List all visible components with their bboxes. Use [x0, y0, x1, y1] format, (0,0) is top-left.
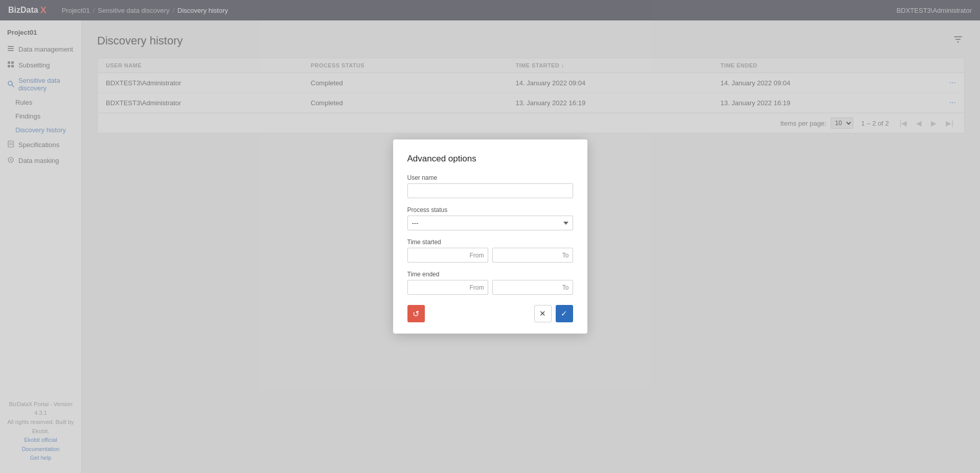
modal-overlay: Advanced options User name Process statu…: [0, 0, 980, 473]
time-ended-to-input[interactable]: [492, 280, 573, 295]
cancel-icon: ✕: [539, 309, 546, 318]
time-started-range: From To: [407, 248, 573, 263]
reset-icon: ↺: [413, 309, 419, 319]
time-started-label: Time started: [407, 239, 573, 246]
user-name-label: User name: [407, 174, 573, 181]
time-started-from-wrapper: From: [407, 248, 488, 263]
time-started-from-input[interactable]: [407, 248, 488, 263]
process-status-select[interactable]: --- Completed Running Failed: [407, 216, 573, 230]
time-ended-label: Time ended: [407, 271, 573, 278]
cancel-button[interactable]: ✕: [534, 305, 552, 322]
time-ended-group: Time ended From To: [407, 271, 573, 295]
modal-footer: ↺ ✕ ✓: [407, 305, 573, 322]
process-status-label: Process status: [407, 206, 573, 214]
time-ended-to-wrapper: To: [492, 280, 573, 295]
time-ended-range: From To: [407, 280, 573, 295]
user-name-input[interactable]: [407, 183, 573, 198]
confirm-button[interactable]: ✓: [556, 305, 573, 322]
time-started-group: Time started From To: [407, 239, 573, 263]
time-started-to-wrapper: To: [492, 248, 573, 263]
process-status-group: Process status --- Completed Running Fai…: [407, 206, 573, 230]
time-ended-from-input[interactable]: [407, 280, 488, 295]
confirm-icon: ✓: [561, 309, 567, 318]
reset-button[interactable]: ↺: [407, 305, 425, 322]
modal-footer-right: ✕ ✓: [534, 305, 573, 322]
user-name-group: User name: [407, 174, 573, 198]
advanced-options-modal: Advanced options User name Process statu…: [393, 139, 587, 334]
time-ended-from-wrapper: From: [407, 280, 488, 295]
modal-title: Advanced options: [407, 154, 573, 164]
time-started-to-input[interactable]: [492, 248, 573, 263]
